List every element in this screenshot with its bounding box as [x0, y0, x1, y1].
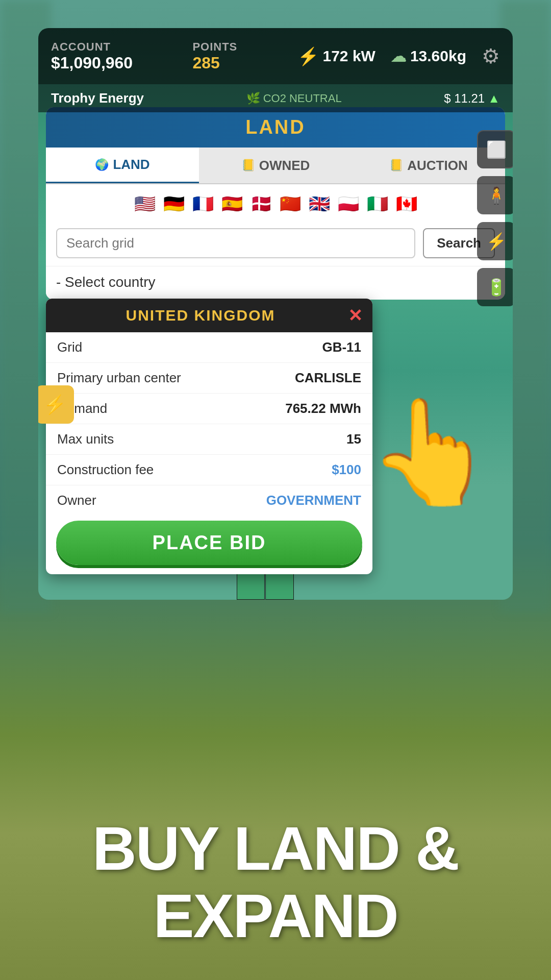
bottom-main-text-line1: BUY LAND &	[0, 815, 551, 882]
popup-value-maxunits: 15	[346, 431, 361, 447]
popup-label-fee: Construction fee	[57, 462, 154, 478]
owned-tab-icon: 📒	[241, 159, 255, 172]
tab-land-label: LAND	[113, 157, 149, 173]
tab-owned[interactable]: 📒 OWNED	[199, 148, 352, 183]
grid-popup: UNITED KINGDOM ✕ Grid GB-11 Primary urba…	[46, 299, 372, 574]
sub-header: Trophy Energy 🌿 CO2 NEUTRAL $ 11.21 ▲	[38, 84, 513, 112]
land-title: LAND	[46, 107, 505, 148]
popup-row-grid: Grid GB-11	[46, 332, 372, 363]
cloud-icon: ☁	[391, 47, 406, 65]
tab-auction-label: AUCTION	[407, 158, 467, 174]
land-tabs: 🌍 LAND 📒 OWNED 📒 AUCTION	[46, 148, 505, 184]
popup-value-grid: GB-11	[322, 339, 361, 355]
game-container: ACCOUNT $1,090,960 POINTS 285 ⚡ 172 kW ☁…	[38, 28, 513, 600]
flag-ca[interactable]: 🇨🇦	[396, 193, 417, 214]
flag-it[interactable]: 🇮🇹	[367, 193, 388, 214]
popup-value-fee: $100	[332, 462, 361, 478]
side-buttons: ⬜ 🧍 ⚡ 🔋	[477, 130, 513, 306]
popup-title-bar: UNITED KINGDOM ✕	[46, 299, 372, 332]
side-btn-battery[interactable]: 🔋	[477, 268, 513, 306]
header-center: ⚡ 172 kW ☁ 13.60kg ⚙	[297, 44, 500, 68]
popup-label-owner: Owner	[57, 493, 96, 508]
account-value: $1,090,960	[51, 54, 133, 72]
co2-neutral-label: 🌿 CO2 NEUTRAL	[246, 92, 342, 105]
settings-icon[interactable]: ⚙	[482, 44, 500, 68]
points-value: 285	[192, 54, 219, 72]
land-tab-icon: 🌍	[95, 158, 109, 172]
price-direction-icon: ▲	[488, 91, 500, 106]
flags-row: 🇺🇸 🇩🇪 🇫🇷 🇪🇸 🇩🇰 🇨🇳 🇬🇧 🇵🇱 🇮🇹 🇨🇦	[46, 184, 505, 223]
land-panel: LAND 🌍 LAND 📒 OWNED 📒 AUCTION 🇺🇸 🇩🇪 🇫🇷 🇪…	[46, 107, 505, 300]
popup-label-urban: Primary urban center	[57, 370, 181, 386]
flag-us[interactable]: 🇺🇸	[134, 193, 156, 214]
popup-label-grid: Grid	[57, 339, 82, 355]
flag-es[interactable]: 🇪🇸	[221, 193, 243, 214]
flag-pl[interactable]: 🇵🇱	[338, 193, 359, 214]
popup-value-urban: CARLISLE	[295, 370, 361, 386]
popup-row-owner: Owner GOVERNMENT	[46, 485, 372, 516]
co2-display: ☁ 13.60kg	[391, 47, 466, 65]
bottom-text-section: BUY LAND & EXPAND	[0, 815, 551, 949]
tab-owned-label: OWNED	[259, 158, 310, 174]
company-name: Trophy Energy	[51, 90, 144, 106]
popup-row-maxunits: Max units 15	[46, 424, 372, 455]
hand-cursor: 👆	[367, 401, 480, 544]
auction-tab-icon: 📒	[389, 159, 403, 172]
popup-close-button[interactable]: ✕	[348, 305, 363, 326]
tab-land[interactable]: 🌍 LAND	[46, 148, 199, 183]
side-btn-lightning[interactable]: ⚡	[477, 222, 513, 260]
header-bar: ACCOUNT $1,090,960 POINTS 285 ⚡ 172 kW ☁…	[38, 28, 513, 84]
lightning-icon: ⚡	[297, 46, 319, 66]
flag-fr[interactable]: 🇫🇷	[192, 193, 214, 214]
account-label: ACCOUNT	[51, 40, 111, 54]
flag-gb[interactable]: 🇬🇧	[309, 193, 330, 214]
flag-dk[interactable]: 🇩🇰	[251, 193, 272, 214]
popup-value-owner[interactable]: GOVERNMENT	[266, 493, 361, 508]
popup-row-urban: Primary urban center CARLISLE	[46, 363, 372, 394]
popup-value-demand: 765.22 MWh	[285, 401, 361, 416]
bottom-main-text-line2: EXPAND	[0, 882, 551, 949]
side-btn-person[interactable]: 🧍	[477, 176, 513, 214]
popup-label-maxunits: Max units	[57, 431, 114, 447]
price-value: $ 11.21	[444, 91, 485, 106]
popup-title: UNITED KINGDOM	[126, 307, 276, 324]
select-country[interactable]: - Select country	[46, 266, 505, 300]
side-btn-square[interactable]: ⬜	[477, 130, 513, 168]
flag-cn[interactable]: 🇨🇳	[280, 193, 301, 214]
points-section: POINTS 285	[192, 40, 237, 72]
power-display: ⚡ 172 kW	[297, 46, 375, 66]
price-section: $ 11.21 ▲	[444, 91, 500, 106]
search-input[interactable]	[56, 228, 415, 258]
place-bid-button[interactable]: PLACE BID	[56, 521, 362, 565]
search-row: Search	[46, 223, 505, 266]
left-side-btn-lightning[interactable]: ⚡	[38, 385, 74, 424]
popup-row-demand: Demand 765.22 MWh	[46, 394, 372, 424]
popup-row-fee: Construction fee $100	[46, 455, 372, 485]
account-section: ACCOUNT $1,090,960	[51, 40, 133, 72]
co2-value: 13.60kg	[410, 47, 466, 65]
flag-de[interactable]: 🇩🇪	[163, 193, 185, 214]
power-value: 172 kW	[323, 47, 375, 65]
points-label: POINTS	[192, 40, 237, 54]
